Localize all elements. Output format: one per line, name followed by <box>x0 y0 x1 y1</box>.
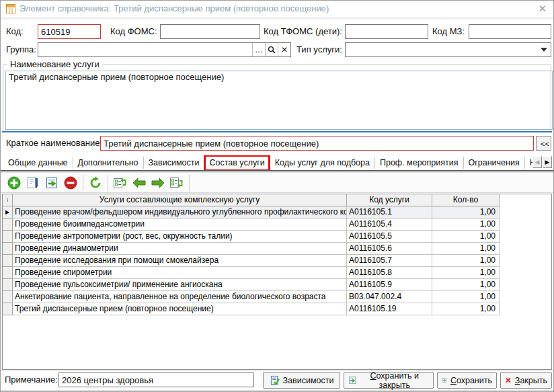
table-row[interactable]: Проведение спирометрии A0116105.8 1,00 <box>3 267 551 279</box>
gruppa-label: Группа: <box>6 42 36 57</box>
tab-scroll-left-icon[interactable]: ◀ <box>532 156 542 168</box>
gruppa-input[interactable] <box>38 43 252 56</box>
tab-bottom-border <box>1 170 553 171</box>
title-separator <box>1 17 553 19</box>
toolbar-separator <box>189 175 190 191</box>
cell-code[interactable]: A0116105.19 <box>347 303 432 315</box>
chevron-down-icon <box>541 48 547 52</box>
save-row-button[interactable] <box>42 174 61 192</box>
refresh-button[interactable] <box>86 174 105 192</box>
cell-code[interactable]: A0116105.5 <box>347 231 432 243</box>
tab-scroll-right-icon[interactable]: ▶ <box>543 156 552 168</box>
cell-qty[interactable]: 1,00 <box>432 219 500 231</box>
move-left-button[interactable] <box>130 174 149 192</box>
short-name-label: Краткое наименование: <box>6 136 102 151</box>
table-row[interactable]: Третий диспансерные прием (повторное пос… <box>3 303 551 315</box>
cell-name[interactable]: Третий диспансерные прием (повторное пос… <box>13 303 347 315</box>
kod-tfoms-input[interactable] <box>345 24 428 39</box>
delete-row-button[interactable] <box>61 174 80 192</box>
service-name-textarea[interactable]: Третий диспансерные прием (повторное пос… <box>5 71 553 130</box>
toolbar-separator <box>108 175 108 191</box>
tab-prof-meropriyatiya[interactable]: Проф. мероприятия <box>375 157 464 169</box>
cell-code[interactable]: A0116105.9 <box>347 279 432 291</box>
cell-qty[interactable]: 1,00 <box>432 279 500 291</box>
save-icon <box>45 176 58 190</box>
cell-qty[interactable]: 1,00 <box>432 303 500 315</box>
dependencies-button-label: Зависимости <box>283 376 334 385</box>
save-button[interactable]: Сохранить <box>437 372 497 389</box>
short-name-input[interactable] <box>100 136 534 151</box>
cell-name[interactable]: Проведение спирометрии <box>13 267 347 279</box>
cell-qty[interactable]: 1,00 <box>432 206 500 219</box>
cell-code[interactable]: A0116105.8 <box>347 267 432 279</box>
table-row[interactable]: Проведение пульсоксиметрии/ применение а… <box>3 279 551 291</box>
tab-kody-uslug[interactable]: Коды услуг для подбора <box>270 157 375 169</box>
gruppa-field: … ✕ <box>38 42 291 57</box>
col-header-code[interactable]: Код услуги <box>347 194 432 206</box>
col-header-qty[interactable]: Кол-во <box>432 194 500 206</box>
tip-uslugi-combobox[interactable] <box>345 42 551 57</box>
tab-dopolnitelno[interactable]: Дополнительно <box>73 157 144 169</box>
tab-strip: Общие данные Дополнительно Зависимости С… <box>1 155 535 170</box>
red-x-icon <box>505 375 512 385</box>
arrow-right-icon <box>151 176 165 190</box>
row-selector <box>3 219 13 231</box>
cell-qty[interactable]: 1,00 <box>432 231 500 243</box>
dictionary-element-dialog: Элемент справочника: Третий диспансерные… <box>0 0 554 392</box>
tab-zavisimosti[interactable]: Зависимости <box>144 157 205 169</box>
blue-divider <box>2 131 552 132</box>
row-selector <box>3 279 13 291</box>
cell-code[interactable]: B03.047.002.4 <box>347 291 432 303</box>
gruppa-search-icon[interactable] <box>265 43 278 56</box>
cell-name[interactable]: Проведение биоимпедансометрии <box>13 219 347 231</box>
cell-qty[interactable]: 1,00 <box>432 267 500 279</box>
row-selector <box>3 267 13 279</box>
dependencies-button[interactable]: Зависимости <box>263 372 340 389</box>
table-row[interactable]: Проведение динамометрии A0116105.6 1,00 <box>3 243 551 255</box>
cell-qty[interactable]: 1,00 <box>432 243 500 255</box>
col-header-name[interactable]: Услуги составляющие комплексную услугу <box>13 194 347 206</box>
refresh-icon <box>89 176 102 190</box>
gruppa-ellipsis-button[interactable]: … <box>252 43 265 56</box>
kod-mz-input[interactable] <box>469 24 551 39</box>
cell-code[interactable]: A0116105.6 <box>347 243 432 255</box>
cell-qty[interactable]: 1,00 <box>432 291 500 303</box>
kod-input[interactable] <box>38 24 101 39</box>
tab-ogranicheniya[interactable]: Ограничения <box>464 157 525 169</box>
window-title: Элемент справочника: Третий диспансерные… <box>19 3 329 13</box>
gruppa-clear-icon[interactable]: ✕ <box>278 43 290 56</box>
table-row[interactable]: Проведение исследования при помощи смоке… <box>3 255 551 267</box>
cell-name[interactable]: Проведение исследования при помощи смоке… <box>13 255 347 267</box>
copy-name-button[interactable]: << <box>536 136 551 151</box>
save-and-close-button[interactable]: Сохранить и закрыть <box>344 372 434 389</box>
close-window-icon[interactable]: ✕ <box>538 3 547 15</box>
cell-qty[interactable]: 1,00 <box>432 255 500 267</box>
cell-name[interactable]: Анкетирование пациента, направленное на … <box>13 291 347 303</box>
cell-name[interactable]: Проведение динамометрии <box>13 243 347 255</box>
cell-name[interactable]: Проведение пульсоксиметрии/ применение а… <box>13 279 347 291</box>
tab-obshchie-dannye[interactable]: Общие данные <box>3 157 73 169</box>
cell-name[interactable]: Проведение врачом/фельдшером индивидуаль… <box>13 206 347 219</box>
edit-row-button[interactable] <box>24 174 42 192</box>
cell-code[interactable]: A0116105.7 <box>347 255 432 267</box>
grid-toolbar <box>1 172 553 193</box>
cell-name[interactable]: Проведение антропометрии (рост, вес, окр… <box>13 231 347 243</box>
move-last-button[interactable] <box>167 174 186 192</box>
cell-code[interactable]: A0116105.1 <box>347 206 432 219</box>
table-row[interactable]: Проведение антропометрии (рост, вес, окр… <box>3 231 551 243</box>
table-row[interactable]: Анкетирование пациента, направленное на … <box>3 291 551 303</box>
grid-corner-icon: ⁞ <box>3 194 13 206</box>
table-row[interactable]: ▶ Проведение врачом/фельдшером индивидуа… <box>3 206 551 219</box>
note-input[interactable] <box>58 373 254 387</box>
add-row-button[interactable] <box>5 174 24 192</box>
cell-code[interactable]: A0116105.4 <box>347 219 432 231</box>
table-row[interactable]: Проведение биоимпедансометрии A0116105.4… <box>3 219 551 231</box>
kod-label: Код: <box>6 24 24 39</box>
move-right-button[interactable] <box>149 174 167 192</box>
move-first-button[interactable] <box>111 174 130 192</box>
close-button[interactable]: Закрыть <box>500 372 552 389</box>
tab-sostav-uslugi[interactable]: Состав услуги <box>204 157 270 169</box>
footer-bar: Примечание: Зависимости Сохранить и закр… <box>1 370 553 390</box>
document-check-icon <box>270 375 280 385</box>
kod-foms-input[interactable] <box>160 24 260 39</box>
